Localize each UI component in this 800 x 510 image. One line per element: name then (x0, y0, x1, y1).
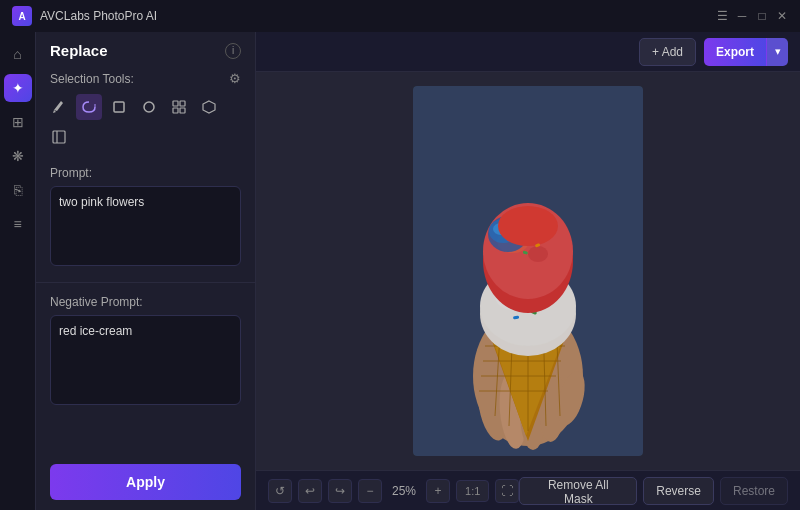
svg-point-1 (144, 102, 154, 112)
gear-icon[interactable]: ⚙ (229, 71, 241, 86)
zoom-in-button[interactable]: + (426, 479, 450, 503)
reverse-button[interactable]: Reverse (643, 477, 714, 505)
svg-rect-2 (173, 101, 178, 106)
panel-header: Replace i (36, 32, 255, 67)
sidebar-icon-home[interactable]: ⌂ (4, 40, 32, 68)
svg-rect-0 (114, 102, 124, 112)
svg-marker-6 (203, 101, 215, 113)
tool-ellipse[interactable] (136, 94, 162, 120)
bottom-toolbar-right: Remove All Mask Reverse Restore (519, 477, 788, 505)
add-button[interactable]: + Add (639, 38, 696, 66)
prompt-section: Prompt: (36, 160, 255, 276)
export-button[interactable]: Export (704, 38, 766, 66)
close-button[interactable]: ✕ (776, 10, 788, 22)
prompt-input[interactable] (50, 186, 241, 266)
redo-button[interactable]: ↪ (328, 479, 352, 503)
tool-magic-wand[interactable] (166, 94, 192, 120)
app-logo: A (12, 6, 32, 26)
sidebar-icon-effects[interactable]: ❋ (4, 142, 32, 170)
app-title: AVCLabs PhotoPro AI (40, 9, 157, 23)
rotate-left-button[interactable]: ↺ (268, 479, 292, 503)
zoom-level: 25% (392, 484, 416, 498)
bottom-toolbar-left: ↺ ↩ ↪ − 25% + 1:1 ⛶ (268, 479, 519, 503)
bottom-toolbar: ↺ ↩ ↪ − 25% + 1:1 ⛶ Remove All Mask Reve… (256, 470, 800, 510)
selection-tools-header: Selection Tools: ⚙ (36, 67, 255, 92)
top-toolbar: + Add Export ▾ (256, 32, 800, 72)
prompt-label: Prompt: (50, 166, 241, 180)
restore-button[interactable]: Restore (720, 477, 788, 505)
info-icon[interactable]: i (225, 43, 241, 59)
tool-rect[interactable] (106, 94, 132, 120)
tool-brush-mask[interactable] (196, 94, 222, 120)
negative-prompt-section: Negative Prompt: (36, 289, 255, 415)
ice-cream-illustration (413, 86, 643, 456)
menu-icon[interactable]: ☰ (716, 10, 728, 22)
canvas-image-container (413, 86, 643, 456)
tool-poly-mask[interactable] (46, 124, 72, 150)
tool-lasso[interactable] (76, 94, 102, 120)
remove-all-mask-button[interactable]: Remove All Mask (519, 477, 637, 505)
export-dropdown-arrow[interactable]: ▾ (766, 38, 788, 66)
left-panel: Replace i Selection Tools: ⚙ (36, 32, 256, 510)
main-layout: ⌂ ✦ ⊞ ❋ ⎘ ≡ Replace i Selection Tools: ⚙ (0, 32, 800, 510)
minimize-button[interactable]: ─ (736, 10, 748, 22)
panel-title: Replace (50, 42, 108, 59)
undo-button[interactable]: ↩ (298, 479, 322, 503)
maximize-button[interactable]: □ (756, 10, 768, 22)
tools-row (36, 92, 255, 160)
sidebar-icon-sliders[interactable]: ≡ (4, 210, 32, 238)
title-bar: A AVCLabs PhotoPro AI ☰ ─ □ ✕ (0, 0, 800, 32)
ratio-button[interactable]: 1:1 (456, 480, 489, 502)
tool-pen[interactable] (46, 94, 72, 120)
canvas-image (413, 86, 643, 456)
export-btn-group: Export ▾ (704, 38, 788, 66)
svg-rect-3 (180, 101, 185, 106)
zoom-out-button[interactable]: − (358, 479, 382, 503)
negative-prompt-input[interactable] (50, 315, 241, 405)
icon-sidebar: ⌂ ✦ ⊞ ❋ ⎘ ≡ (0, 32, 36, 510)
svg-rect-4 (173, 108, 178, 113)
divider-1 (36, 282, 255, 283)
fit-button[interactable]: ⛶ (495, 479, 519, 503)
sidebar-icon-stamp[interactable]: ⎘ (4, 176, 32, 204)
apply-btn-wrapper: Apply (36, 454, 255, 510)
svg-rect-45 (413, 86, 643, 456)
canvas-viewport (256, 72, 800, 470)
sidebar-icon-tools[interactable]: ✦ (4, 74, 32, 102)
svg-rect-7 (53, 131, 65, 143)
selection-tools-label: Selection Tools: (50, 72, 134, 86)
apply-button[interactable]: Apply (50, 464, 241, 500)
negative-prompt-label: Negative Prompt: (50, 295, 241, 309)
window-controls: ☰ ─ □ ✕ (716, 10, 788, 22)
canvas-area: + Add Export ▾ (256, 32, 800, 510)
sidebar-icon-layers[interactable]: ⊞ (4, 108, 32, 136)
svg-rect-5 (180, 108, 185, 113)
